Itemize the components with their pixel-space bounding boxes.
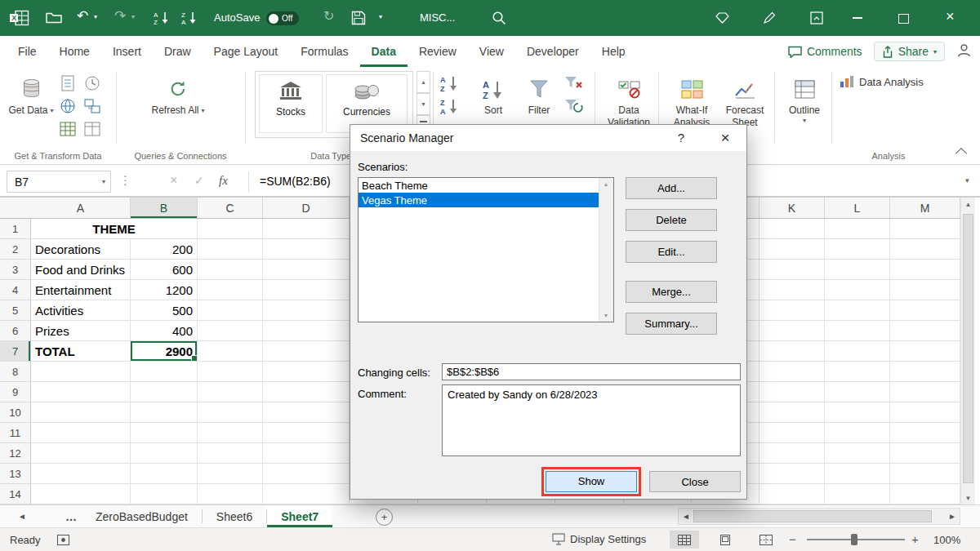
- cell-K4[interactable]: [760, 280, 825, 300]
- cell-L9[interactable]: [825, 382, 890, 402]
- stocks-button[interactable]: Stocks: [259, 74, 323, 133]
- cell-C7[interactable]: [198, 341, 263, 362]
- cell-L14[interactable]: [825, 484, 890, 504]
- from-table-icon[interactable]: [57, 119, 78, 139]
- cell-D9[interactable]: [263, 382, 350, 402]
- cell-C6[interactable]: [198, 321, 263, 341]
- cell-D14[interactable]: [263, 484, 350, 504]
- ribbon-tab-help[interactable]: Help: [590, 36, 637, 67]
- new-sheet-button[interactable]: +: [376, 509, 393, 526]
- cell-B14[interactable]: [131, 484, 198, 504]
- cell-B6[interactable]: 400: [131, 321, 198, 341]
- sync-icon[interactable]: ↻: [323, 10, 334, 23]
- cell-M5[interactable]: [890, 300, 960, 321]
- ribbon-tab-formulas[interactable]: Formulas: [289, 36, 359, 67]
- summary-button[interactable]: Summary...: [626, 313, 717, 335]
- sort-button[interactable]: AZ Sort: [472, 73, 514, 117]
- cell-D8[interactable]: [263, 362, 350, 382]
- cell-B11[interactable]: [131, 423, 198, 443]
- sheet-tab-sheet7[interactable]: Sheet7: [267, 505, 332, 527]
- cell-C11[interactable]: [198, 423, 263, 443]
- clear-filter-icon[interactable]: [564, 73, 585, 93]
- scroll-down-icon[interactable]: ▼: [961, 491, 975, 504]
- cell-C4[interactable]: [198, 280, 263, 300]
- zoom-slider-thumb[interactable]: [851, 534, 858, 545]
- formula-bar-expand-icon[interactable]: ▾: [965, 177, 969, 184]
- recent-sources-icon[interactable]: [82, 73, 103, 93]
- cell-M6[interactable]: [890, 321, 960, 341]
- cell-L3[interactable]: [825, 260, 890, 280]
- scenario-item-beach-theme[interactable]: Beach Theme: [359, 178, 599, 193]
- scenario-list-scrollbar[interactable]: ▲ ▼: [599, 178, 613, 322]
- list-scroll-up-icon[interactable]: ▲: [599, 178, 612, 190]
- cell-K13[interactable]: [760, 464, 825, 484]
- cell-K6[interactable]: [760, 321, 825, 341]
- insert-function-icon[interactable]: fx: [219, 174, 228, 188]
- data-validation-button[interactable]: Data Validation: [604, 73, 653, 129]
- column-header-B[interactable]: B: [131, 198, 198, 218]
- dialog-title-bar[interactable]: Scenario Manager ? ×: [350, 125, 746, 151]
- ribbon-tab-draw[interactable]: Draw: [153, 36, 203, 67]
- cell-D1[interactable]: [263, 219, 350, 239]
- comments-button[interactable]: Comments: [788, 45, 862, 58]
- cell-D11[interactable]: [263, 423, 350, 443]
- ribbon-tab-data[interactable]: Data: [360, 36, 408, 67]
- cell-C13[interactable]: [198, 464, 263, 484]
- close-dialog-button[interactable]: Close: [649, 471, 741, 492]
- zoom-level-label[interactable]: 100%: [933, 534, 960, 546]
- cell-C1[interactable]: [198, 219, 263, 239]
- row-header-14[interactable]: 14: [0, 484, 31, 504]
- scroll-up-icon[interactable]: ▲: [961, 198, 975, 211]
- sheet-tab-zerobasedbudget[interactable]: ZeroBasedBudget: [82, 505, 202, 527]
- cell-A2[interactable]: Decorations: [31, 239, 131, 260]
- cell-M13[interactable]: [890, 464, 960, 484]
- hscroll-left-icon[interactable]: ◄: [682, 509, 690, 524]
- cell-K14[interactable]: [760, 484, 825, 504]
- cell-A13[interactable]: [31, 464, 131, 484]
- filter-button[interactable]: Filter: [518, 73, 560, 117]
- cell-K2[interactable]: [760, 239, 825, 260]
- cell-B10[interactable]: [131, 402, 198, 423]
- cell-B2[interactable]: 200: [131, 239, 198, 260]
- sheet-list-ellipsis[interactable]: …: [65, 505, 77, 527]
- from-text-csv-icon[interactable]: [57, 73, 78, 93]
- vertical-scrollbar[interactable]: ▲ ▼: [960, 198, 975, 504]
- edit-button[interactable]: Edit...: [626, 241, 717, 263]
- cancel-icon[interactable]: ×: [170, 174, 177, 187]
- cell-A5[interactable]: Activities: [31, 300, 131, 321]
- cell-B9[interactable]: [131, 382, 198, 402]
- scenario-item-vegas-theme[interactable]: Vegas Theme: [359, 193, 599, 207]
- what-if-analysis-button[interactable]: What-If Analysis: [666, 73, 717, 129]
- sort-a-to-z-icon[interactable]: AZ: [439, 73, 461, 93]
- maximize-button[interactable]: [898, 14, 909, 24]
- collapse-ribbon-icon[interactable]: [956, 148, 967, 159]
- column-header-K[interactable]: K: [760, 198, 825, 218]
- cell-L1[interactable]: [825, 219, 890, 239]
- cell-L7[interactable]: [825, 341, 890, 362]
- row-header-5[interactable]: 5: [0, 300, 31, 321]
- quick-access-chevron-icon[interactable]: ▾: [379, 14, 382, 20]
- dialog-close-icon[interactable]: ×: [713, 127, 737, 149]
- vertical-scroll-thumb[interactable]: [963, 214, 973, 483]
- cell-K11[interactable]: [760, 423, 825, 443]
- cell-A12[interactable]: [31, 443, 131, 464]
- row-header-3[interactable]: 3: [0, 260, 31, 280]
- row-header-4[interactable]: 4: [0, 280, 31, 300]
- pen-icon[interactable]: [763, 11, 776, 24]
- ribbon-tab-developer[interactable]: Developer: [515, 36, 590, 67]
- cell-B8[interactable]: [131, 362, 198, 382]
- row-header-6[interactable]: 6: [0, 321, 31, 341]
- refresh-all-button[interactable]: Refresh All▾: [149, 73, 207, 117]
- data-analysis-button[interactable]: Data Analysis: [840, 75, 924, 88]
- delete-button[interactable]: Delete: [626, 209, 717, 231]
- cell-C5[interactable]: [198, 300, 263, 321]
- scenario-list[interactable]: Beach ThemeVegas Theme ▲ ▼: [358, 177, 614, 322]
- page-break-view-button[interactable]: [751, 531, 781, 549]
- cell-K1[interactable]: [760, 219, 825, 239]
- row-header-12[interactable]: 12: [0, 443, 31, 464]
- cell-L2[interactable]: [825, 239, 890, 260]
- cell-M11[interactable]: [890, 423, 960, 443]
- cell-L12[interactable]: [825, 443, 890, 464]
- hscroll-right-icon[interactable]: ►: [948, 509, 956, 524]
- cell-M7[interactable]: [890, 341, 960, 362]
